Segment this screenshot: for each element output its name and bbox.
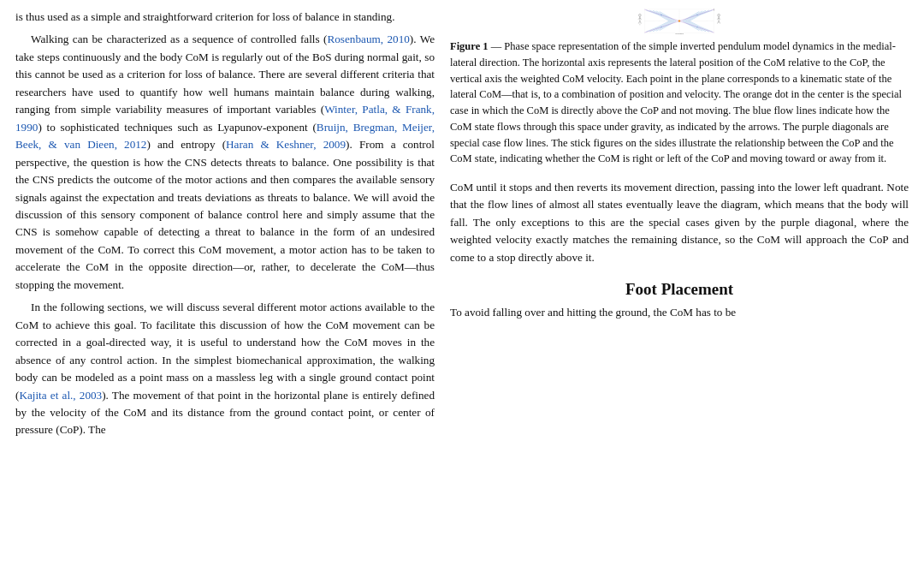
right-text-block-2: To avoid falling over and hitting the gr… <box>450 304 909 326</box>
right-text-block: CoM until it stops and then reverts its … <box>450 179 909 271</box>
that5-text: that <box>827 198 844 211</box>
the3-text: the <box>719 137 732 149</box>
figure-svg: CoM position CoM <box>450 9 909 35</box>
that2-text: that <box>400 208 417 221</box>
left-para-2: Walking can be characterized as a sequen… <box>15 31 435 294</box>
the-special-text: the special <box>856 88 902 100</box>
svg-line-19 <box>717 18 719 20</box>
left-column: is thus used as a simple and straightfor… <box>15 9 435 569</box>
svg-line-14 <box>638 21 640 24</box>
the4-text: the <box>613 233 627 246</box>
svg-line-15 <box>640 21 642 24</box>
figure-caption: Figure 1 — Phase space representation of… <box>450 39 909 167</box>
svg-line-12 <box>638 18 640 20</box>
that4-text: that <box>450 198 467 211</box>
right-para-2: To avoid falling over and hitting the gr… <box>450 304 909 321</box>
svg-line-21 <box>718 21 720 24</box>
link-kajita[interactable]: Kajita et al., 2003 <box>19 389 102 402</box>
svg-point-10 <box>639 14 642 16</box>
left-text-block: is thus used as a simple and straightfor… <box>15 9 435 444</box>
such-text: such <box>177 121 198 134</box>
figure-area: CoM position CoM Figure 1 — Phase space … <box>450 9 909 167</box>
svg-point-17 <box>718 14 720 16</box>
figure-label: Figure 1 <box>450 40 489 52</box>
svg-point-5 <box>678 21 680 22</box>
the-text: the <box>362 260 376 273</box>
right-para-1: CoM until it stops and then reverts its … <box>450 179 909 266</box>
the2-text: The <box>88 423 106 436</box>
right-column: CoM position CoM Figure 1 — Phase space … <box>450 9 909 569</box>
link-haran[interactable]: Haran & Keshner, 2009 <box>226 138 346 151</box>
left-para-1: is thus used as a simple and straightfor… <box>15 9 435 26</box>
svg-line-22 <box>719 21 720 24</box>
left-para-3: In the following sections, we will discu… <box>15 299 435 439</box>
svg-line-20 <box>719 18 720 20</box>
that-text: that <box>418 156 435 169</box>
svg-text:CoM position: CoM position <box>675 33 684 34</box>
link-rosenbaum[interactable]: Rosenbaum, 2010 <box>327 33 409 45</box>
link-bruijn[interactable]: Bruijn, Bregman, Meijer, Beek, & van Die… <box>15 121 435 151</box>
svg-line-13 <box>640 18 642 20</box>
foot-placement-heading: Foot Placement <box>450 280 909 299</box>
svg-text:CoM: CoM <box>714 9 714 11</box>
that3-text: that <box>198 389 215 402</box>
